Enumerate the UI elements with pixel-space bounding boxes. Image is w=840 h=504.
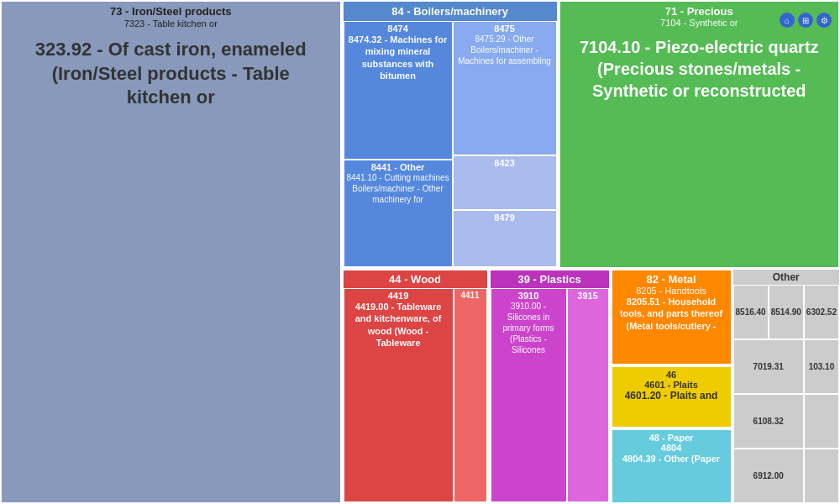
boilers-title: 84 - Boilers/machinery — [344, 2, 557, 21]
boilers-grid: 8474 8474.32 - Machines for mixing miner… — [344, 21, 557, 267]
plastics-section[interactable]: 39 - Plastics 3910 3910.00 - Silicones i… — [489, 269, 611, 504]
other-cell-6302[interactable]: 6302.52 — [804, 285, 839, 339]
precious-main-label: 7104.10 - Piezo-electric quartz (Preciou… — [564, 28, 835, 110]
precious-section[interactable]: 71 - Precious 7104 - Synthetic or 7104.1… — [559, 0, 840, 269]
cell-8475-label: 8475.29 - Other Boilers/machiner - Machi… — [455, 34, 554, 66]
cell-4411-title: 4411 — [456, 291, 485, 300]
iron-steel-main-label: 323.92 - Of cast iron, enameled (Iron/St… — [2, 29, 340, 118]
right-column: 84 - Boilers/machinery 8474 8474.32 - Ma… — [342, 0, 840, 504]
cell-82[interactable]: 82 - Metal 8205 - Handtools 8205.51 - Ho… — [611, 269, 732, 365]
grid-icon[interactable]: ⊞ — [798, 13, 813, 28]
iron-steel-cell[interactable]: 73 - Iron/Steel products 7323 - Table ki… — [0, 0, 342, 504]
wood-title: 44 - Wood — [344, 270, 487, 288]
boilers-right: 8475 8475.29 - Other Boilers/machiner - … — [453, 21, 557, 267]
cell-8474-title: 8474 — [346, 24, 450, 34]
top-right: 84 - Boilers/machinery 8474 8474.32 - Ma… — [342, 0, 840, 269]
cell-82-subtitle: 8205 - Handtools — [615, 286, 728, 296]
cell-82-title: 82 - Metal — [615, 273, 728, 286]
cell-8479-title: 8479 — [455, 213, 554, 223]
cell-48-label: 4804.39 - Other (Paper — [615, 453, 728, 465]
plastics-grid: 3910 3910.00 - Silicones in primary form… — [491, 288, 609, 502]
iron-steel-subtitle: 7323 - Table kitchen or — [2, 18, 340, 29]
cell-3915-title: 3915 — [570, 291, 606, 301]
cell-46-section: 46 — [615, 370, 728, 380]
wood-grid: 4419 4419.00 - Tableware and kitchenware… — [344, 288, 487, 502]
cell-48-section: 48 - Paper — [615, 433, 728, 443]
cell-8474-label: 8474.32 - Machines for mixing mineral su… — [346, 34, 450, 81]
cell-3910[interactable]: 3910 3910.00 - Silicones in primary form… — [491, 288, 567, 502]
other-cell-6108[interactable]: 6108.32 — [733, 394, 804, 449]
other-title: Other — [733, 270, 839, 285]
cell-3915[interactable]: 3915 — [567, 288, 609, 502]
cell-8479[interactable]: 8479 — [453, 210, 557, 267]
other-grid: 8516.40 8514.90 6302.52 7019.31 103.10 6… — [733, 285, 839, 503]
cell-8441-title: 8441 - Other — [346, 162, 450, 172]
cell-48[interactable]: 48 - Paper 4804 4804.39 - Other (Paper — [611, 428, 732, 504]
wood-section[interactable]: 44 - Wood 4419 4419.00 - Tableware and k… — [342, 269, 489, 504]
settings-icon[interactable]: ⚙ — [816, 13, 832, 28]
other-cell-empty — [804, 394, 839, 449]
other-cell-7019[interactable]: 7019.31 — [733, 339, 804, 394]
cell-8423[interactable]: 8423 — [453, 155, 557, 210]
bottom-right: 44 - Wood 4419 4419.00 - Tableware and k… — [342, 269, 840, 504]
treemap-container: ⌂ ⊞ ⚙ 73 - Iron/Steel products 7323 - Ta… — [0, 0, 840, 504]
boilers-left: 8474 8474.32 - Machines for mixing miner… — [344, 21, 453, 267]
other-cell-8516[interactable]: 8516.40 — [733, 285, 769, 339]
home-icon[interactable]: ⌂ — [780, 13, 795, 28]
cell-4419-label: 4419.00 - Tableware and kitchenware, of … — [346, 301, 451, 349]
cell-4411[interactable]: 4411 — [454, 288, 487, 502]
cell-46-label: 4601.20 - Plaits and — [615, 390, 728, 403]
other-cell-8514[interactable]: 8514.90 — [769, 285, 804, 339]
cell-8475-title: 8475 — [455, 24, 554, 34]
cell-8475[interactable]: 8475 8475.29 - Other Boilers/machiner - … — [453, 21, 557, 155]
cell-82-label: 8205.51 - Household tools, and parts the… — [615, 296, 728, 332]
other-cell-6912[interactable]: 6912.00 — [733, 449, 804, 503]
cell-8423-title: 8423 — [455, 158, 554, 168]
top-bar: ⌂ ⊞ ⚙ — [780, 13, 832, 28]
cell-4419-title: 4419 — [346, 291, 451, 301]
bottom-center-col: 82 - Metal 8205 - Handtools 8205.51 - Ho… — [611, 269, 732, 504]
cell-46-subtitle: 4601 - Plaits — [615, 380, 728, 390]
boilers-section[interactable]: 84 - Boilers/machinery 8474 8474.32 - Ma… — [342, 0, 559, 269]
other-cell-10310[interactable]: 103.10 — [804, 339, 839, 394]
other-cell-empty2 — [804, 449, 839, 503]
plastics-title: 39 - Plastics — [491, 270, 609, 288]
cell-48-subtitle: 4804 — [615, 443, 728, 453]
cell-4419[interactable]: 4419 4419.00 - Tableware and kitchenware… — [344, 288, 454, 502]
cell-8441[interactable]: 8441 - Other 8441.10 - Cutting machines … — [344, 160, 453, 267]
other-section: Other 8516.40 8514.90 6302.52 7019.31 10… — [732, 269, 840, 504]
cell-8441-label: 8441.10 - Cutting machines Boilers/machi… — [346, 172, 450, 205]
cell-3910-title: 3910 — [493, 291, 564, 301]
cell-3910-label: 3910.00 - Silicones in primary forms (Pl… — [493, 301, 564, 355]
cell-8474[interactable]: 8474 8474.32 - Machines for mixing miner… — [344, 21, 453, 160]
cell-46[interactable]: 46 4601 - Plaits 4601.20 - Plaits and — [611, 365, 732, 428]
iron-steel-title: 73 - Iron/Steel products — [2, 2, 340, 18]
